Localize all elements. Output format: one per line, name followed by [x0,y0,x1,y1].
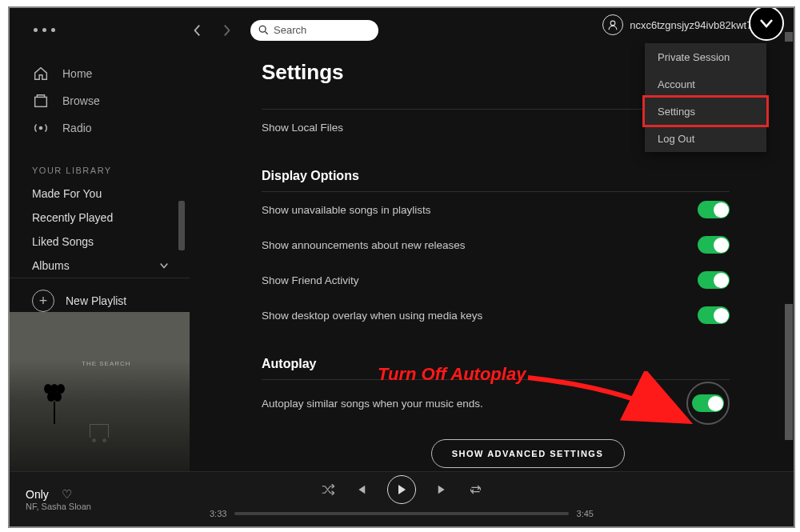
sidebar-item-home[interactable]: Home [10,60,190,87]
elapsed-time: 3:33 [210,509,226,518]
sidebar: Home Browse Radio YOUR LIBRARY Made For … [10,52,190,472]
toggle-friend-activity[interactable] [698,271,730,289]
svg-point-0 [259,26,266,32]
plus-icon: + [32,290,54,312]
menu-item-account[interactable]: Account [645,70,766,98]
setting-label: Show unavailable songs in playlists [262,204,431,216]
username: ncxc6tzgnsjyz94ivb82kwt7t [630,19,755,31]
menu-item-log-out[interactable]: Log Out [645,125,766,152]
main-scrollbar-thumb[interactable] [785,304,793,440]
sidebar-scrollbar[interactable] [178,201,185,250]
setting-label: Show Friend Activity [262,274,359,286]
browse-icon [32,92,50,110]
search-input[interactable]: Search [250,20,378,41]
show-advanced-settings-button[interactable]: SHOW ADVANCED SETTINGS [431,439,625,468]
sidebar-item-radio[interactable]: Radio [10,114,190,142]
radio-icon [32,119,50,137]
sidebar-item-label: Home [62,67,92,80]
home-icon [32,65,50,82]
library-header: YOUR LIBRARY [10,150,190,182]
svg-line-1 [265,31,267,34]
library-item-liked-songs[interactable]: Liked Songs [10,230,190,254]
duration-time: 3:45 [577,509,594,518]
artwork-illustration [45,384,64,424]
avatar-icon [602,14,623,35]
repeat-button[interactable] [469,484,482,495]
annotation-text: Turn Off Autoplay [378,364,526,385]
nav-forward-icon[interactable] [222,24,233,37]
play-button[interactable] [387,475,416,504]
svg-point-4 [39,126,43,130]
menu-item-settings[interactable]: Settings [642,95,769,127]
previous-button[interactable] [355,484,366,495]
setting-label: Show desktop overlay when using media ke… [262,310,482,322]
app-window: Search ncxc6tzgnsjyz94ivb82kwt7t Home Br… [8,6,795,528]
chevron-down-icon [159,262,169,270]
svg-point-2 [610,21,615,26]
search-icon [258,25,269,35]
toggle-desktop-overlay[interactable] [698,306,730,324]
chevron-down-icon [758,18,774,29]
now-playing-bar: Only ♡ NF, Sasha Sloan 3:33 3:45 [10,471,794,526]
setting-autoplay-desc: Autoplay similar songs when your music e… [262,398,483,410]
nav-back-icon[interactable] [191,24,202,37]
sidebar-item-label: Browse [62,94,100,107]
next-button[interactable] [437,484,448,495]
sidebar-item-browse[interactable]: Browse [10,87,190,114]
shuffle-button[interactable] [321,484,334,495]
new-playlist-label: New Playlist [66,294,126,307]
menu-item-private-session[interactable]: Private Session [645,43,766,70]
sidebar-item-label: Radio [62,122,92,134]
progress-bar[interactable] [234,512,568,515]
section-autoplay: Autoplay [262,357,794,371]
library-item-recently-played[interactable]: Recently Played [10,206,190,230]
now-playing-title[interactable]: Only [26,488,49,501]
toggle-unavailable-songs[interactable] [698,201,730,218]
main-scrollbar-top-arrow[interactable] [785,32,793,42]
toggle-announcements[interactable] [698,236,730,254]
account-menu: Private Session Account Settings Log Out [645,43,766,152]
playback-controls: 3:33 3:45 [210,475,594,518]
user-cluster[interactable]: ncxc6tzgnsjyz94ivb82kwt7t [602,14,755,35]
library-item-albums[interactable]: Albums [10,254,190,278]
like-button[interactable]: ♡ [62,487,72,502]
setting-show-local-files: Show Local Files [262,122,343,134]
annotation-arrow-icon [522,371,722,435]
now-playing-artist[interactable]: NF, Sasha Sloan [26,502,202,511]
library-item-made-for-you[interactable]: Made For You [10,182,190,206]
sidebar-item-label: Albums [32,259,70,272]
account-dropdown-button[interactable] [749,6,784,41]
section-display-options: Display Options [262,169,794,183]
setting-label: Show announcements about new releases [262,239,465,251]
search-placeholder: Search [274,24,306,36]
menu-dots-icon[interactable] [34,28,55,32]
album-artwork[interactable]: THE SEARCH [10,312,190,472]
svg-rect-3 [35,97,47,106]
artwork-caption: THE SEARCH [82,360,131,367]
